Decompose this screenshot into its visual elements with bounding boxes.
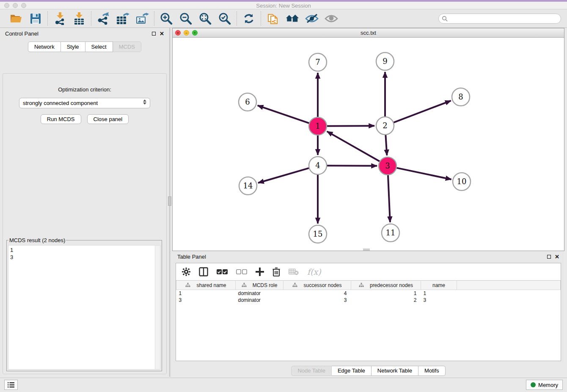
- node-label-3: 3: [385, 161, 390, 170]
- home-layout-icon[interactable]: [286, 12, 299, 25]
- close-panel-icon[interactable]: ✕: [160, 31, 164, 36]
- table-toolbar: f(x): [176, 263, 561, 280]
- canvas-scroll-nub[interactable]: [363, 248, 370, 251]
- node-table: shared nameMCDS rolesuccessor nodesprede…: [176, 280, 561, 304]
- edge-4-3[interactable]: [327, 166, 377, 166]
- node-label-14: 14: [243, 181, 253, 190]
- column-header-predecessor-nodes[interactable]: predecessor nodes: [351, 281, 421, 290]
- export-image-icon[interactable]: [135, 12, 149, 25]
- settings-gear-icon[interactable]: [182, 268, 190, 276]
- zoom-out-icon[interactable]: [179, 12, 193, 25]
- edge-1-6[interactable]: [258, 105, 309, 123]
- memory-status-icon: [531, 382, 536, 387]
- import-network-icon[interactable]: [53, 12, 66, 25]
- column-layout-icon[interactable]: [199, 267, 208, 276]
- save-session-icon[interactable]: [29, 12, 42, 25]
- control-panel-title: Control Panel: [5, 30, 39, 37]
- show-all-icon[interactable]: [325, 12, 338, 25]
- run-mcds-button[interactable]: Run MCDS: [41, 114, 81, 124]
- table-tabs: Node TableEdge TableNetwork TableMotifs: [172, 366, 564, 376]
- control-panel: Control Panel ✕ NetworkStyleSelectMCDS O…: [0, 28, 169, 377]
- node-label-1: 1: [315, 121, 320, 130]
- window-title: Session: New Session: [0, 3, 567, 9]
- optimization-criterion-dropdown[interactable]: strongly connected component: [19, 98, 150, 108]
- table-row[interactable]: 3dominator323: [176, 297, 561, 304]
- select-all-checks-icon[interactable]: [217, 269, 228, 275]
- delete-column-icon[interactable]: [272, 268, 280, 276]
- column-header-MCDS-role[interactable]: MCDS role: [236, 281, 284, 290]
- mcds-panel: Optimization criterion: strongly connect…: [3, 73, 167, 374]
- column-header-successor-nodes[interactable]: successor nodes: [284, 281, 351, 290]
- result-scrollbar[interactable]: [155, 246, 160, 369]
- network-window-titlebar[interactable]: × − + scc.txt: [173, 28, 564, 38]
- edge-2-3[interactable]: [385, 135, 387, 155]
- node-label-7: 7: [315, 58, 320, 66]
- tab-motifs[interactable]: Motifs: [418, 366, 446, 376]
- deselect-all-checks-icon[interactable]: [236, 269, 247, 275]
- status-bar: Memory: [0, 378, 567, 392]
- tab-style[interactable]: Style: [61, 41, 85, 52]
- node-label-9: 9: [383, 57, 387, 66]
- search-icon: [442, 16, 448, 23]
- zoom-selected-icon[interactable]: [218, 12, 231, 25]
- memory-button[interactable]: Memory: [526, 380, 563, 390]
- edge-3-11[interactable]: [388, 175, 390, 222]
- mcds-result-list[interactable]: 13: [8, 245, 160, 370]
- mcds-result-fieldset: MCDS result (2 nodes) 13: [6, 237, 162, 371]
- tab-network-table[interactable]: Network Table: [372, 366, 418, 376]
- zoom-fit-icon[interactable]: [198, 12, 212, 25]
- new-network-icon[interactable]: [96, 12, 110, 25]
- edge-1-2[interactable]: [327, 126, 374, 126]
- titlebar: Session: New Session: [0, 2, 567, 9]
- node-label-2: 2: [383, 121, 387, 130]
- tab-select[interactable]: Select: [85, 41, 113, 52]
- tab-network[interactable]: Network: [28, 41, 61, 52]
- table-row[interactable]: 1dominator411: [176, 290, 561, 297]
- column-header-shared-name[interactable]: shared name: [176, 281, 236, 290]
- float-panel-icon[interactable]: [152, 32, 156, 36]
- tab-edge-table[interactable]: Edge Table: [332, 366, 372, 376]
- memory-label: Memory: [538, 382, 558, 388]
- tab-node-table[interactable]: Node Table: [291, 366, 332, 376]
- node-label-4: 4: [315, 161, 320, 170]
- close-table-panel-icon[interactable]: ✕: [555, 254, 559, 259]
- node-label-11: 11: [386, 228, 396, 237]
- function-builder-icon[interactable]: f(x): [307, 267, 321, 276]
- table-panel-title: Table Panel: [177, 254, 206, 260]
- optimization-criterion-label: Optimization criterion:: [3, 86, 166, 93]
- edge-4-14[interactable]: [258, 168, 309, 183]
- export-table-icon[interactable]: [116, 12, 129, 25]
- hide-selected-icon[interactable]: [305, 12, 319, 25]
- network-graph[interactable]: 7968124314101511: [173, 38, 564, 251]
- tab-mcds[interactable]: MCDS: [113, 41, 141, 52]
- task-history-button[interactable]: [4, 380, 18, 390]
- column-header-name[interactable]: name: [421, 281, 457, 290]
- splitter-handle[interactable]: [168, 196, 171, 206]
- refresh-layout-icon[interactable]: [242, 12, 256, 25]
- result-item: 3: [10, 254, 158, 261]
- node-label-15: 15: [313, 229, 323, 238]
- node-label-8: 8: [458, 92, 463, 101]
- dropdown-value: strongly connected component: [23, 100, 98, 106]
- import-table-icon[interactable]: [72, 12, 86, 25]
- edge-3-10[interactable]: [396, 168, 451, 179]
- panel-splitter[interactable]: [169, 28, 171, 377]
- network-canvas[interactable]: 7968124314101511: [173, 38, 564, 251]
- duplicate-network-icon[interactable]: [266, 12, 280, 25]
- open-session-icon[interactable]: [9, 12, 23, 25]
- node-label-10: 10: [457, 177, 467, 186]
- network-view-window: × − + scc.txt 7968124314101511: [172, 28, 564, 251]
- float-table-panel-icon[interactable]: [547, 255, 551, 259]
- table-panel: Table Panel ✕: [172, 251, 564, 363]
- zoom-in-icon[interactable]: [160, 12, 173, 25]
- search-input[interactable]: [438, 14, 561, 24]
- edge-3-1[interactable]: [327, 131, 380, 161]
- add-column-icon[interactable]: [256, 268, 264, 276]
- mcds-result-title: MCDS result (2 nodes): [8, 237, 66, 243]
- main-toolbar: [0, 9, 567, 28]
- table-panel-body: f(x) shared nameMCDS rolesuccessor nodes…: [176, 263, 561, 361]
- node-label-6: 6: [245, 97, 250, 106]
- close-panel-button[interactable]: Close panel: [87, 114, 129, 124]
- delete-table-icon[interactable]: [289, 268, 299, 275]
- edge-2-8[interactable]: [394, 101, 451, 123]
